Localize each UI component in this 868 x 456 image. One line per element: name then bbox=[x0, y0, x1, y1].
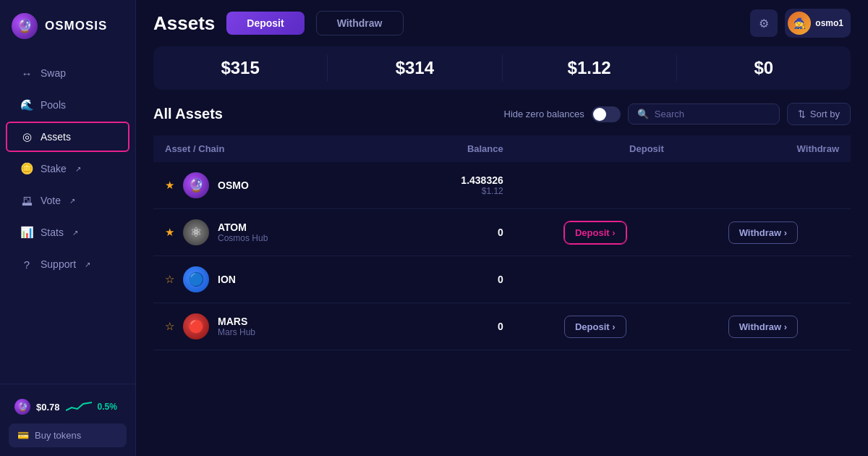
user-button[interactable]: 🧙 osmo1 bbox=[785, 9, 851, 38]
asset-info: MARS Mars Hub bbox=[218, 316, 255, 337]
table-row: ☆ 🔴 MARS Mars Hub 0 Deposit ›Withdraw › bbox=[153, 303, 851, 350]
summary-value-2: $1.12 bbox=[503, 55, 677, 81]
asset-name: ION bbox=[218, 274, 236, 285]
page-title: Assets bbox=[153, 12, 215, 35]
stake-icon: 🪙 bbox=[20, 162, 33, 175]
favorite-icon[interactable]: ☆ bbox=[165, 320, 174, 333]
deposit-button[interactable]: Deposit › bbox=[564, 316, 626, 338]
asset-logo: 🔮 bbox=[183, 172, 209, 198]
favorite-icon[interactable]: ☆ bbox=[165, 273, 174, 286]
asset-info: OSMO bbox=[218, 180, 249, 191]
hide-zero-toggle[interactable] bbox=[592, 106, 621, 122]
external-link-icon: ↗ bbox=[75, 165, 81, 173]
withdraw-cell bbox=[676, 162, 851, 209]
asset-info: ATOM Cosmos Hub bbox=[218, 221, 268, 243]
logo[interactable]: 🔮 OSMOSIS bbox=[0, 0, 135, 52]
page-title-row: Assets Deposit Withdraw bbox=[153, 11, 404, 35]
col-balance: Balance bbox=[391, 135, 515, 162]
asset-cell: ☆ 🔴 MARS Mars Hub bbox=[165, 313, 380, 339]
asset-name: MARS bbox=[218, 316, 255, 327]
summary-bar: $315 $314 $1.12 $0 bbox=[153, 46, 851, 90]
balance-usd: $1.12 bbox=[403, 186, 503, 196]
withdraw-tab[interactable]: Withdraw bbox=[316, 11, 404, 35]
top-header: Assets Deposit Withdraw ⚙ 🧙 osmo1 bbox=[136, 0, 868, 38]
sidebar-item-label: Assets bbox=[41, 131, 71, 143]
sidebar-item-support[interactable]: ? Support ↗ bbox=[6, 249, 129, 279]
sidebar-item-swap[interactable]: ↔ Swap bbox=[6, 58, 129, 88]
deposit-cell bbox=[515, 162, 676, 209]
logo-icon: 🔮 bbox=[12, 13, 38, 39]
sidebar-item-label: Stats bbox=[41, 227, 64, 238]
asset-cell: ★ 🔮 OSMO bbox=[165, 172, 380, 198]
asset-cell: ☆ 🔵 ION bbox=[165, 266, 380, 292]
balance-cell: 0 bbox=[391, 256, 515, 303]
summary-value-3: $0 bbox=[677, 55, 851, 81]
sidebar-bottom: 🔮 $0.78 0.5% 💳 Buy tokens bbox=[0, 384, 135, 456]
external-link-icon: ↗ bbox=[69, 197, 75, 205]
avatar: 🧙 bbox=[788, 12, 811, 35]
sidebar-item-pools[interactable]: 🌊 Pools bbox=[6, 90, 129, 120]
buy-tokens-label: Buy tokens bbox=[35, 430, 81, 441]
sidebar-item-label: Support bbox=[41, 258, 76, 270]
hide-zero-label: Hide zero balances bbox=[504, 109, 584, 119]
user-name: osmo1 bbox=[815, 18, 843, 28]
sidebar-item-label: Stake bbox=[41, 163, 67, 174]
asset-logo: 🔴 bbox=[183, 313, 209, 339]
asset-logo: 🔵 bbox=[183, 266, 209, 292]
summary-value-1: $314 bbox=[328, 55, 502, 81]
sidebar-item-label: Swap bbox=[41, 67, 66, 79]
external-link-icon: ↗ bbox=[85, 261, 90, 269]
balance-cell: 0 bbox=[391, 209, 515, 256]
table-row: ☆ 🔵 ION 0 bbox=[153, 256, 851, 303]
sort-by-label: Sort by bbox=[810, 109, 840, 119]
sidebar-item-stake[interactable]: 🪙 Stake ↗ bbox=[6, 153, 129, 184]
external-link-icon: ↗ bbox=[72, 229, 78, 237]
favorite-icon[interactable]: ★ bbox=[165, 179, 174, 192]
asset-chain: Mars Hub bbox=[218, 327, 255, 337]
sidebar-item-assets[interactable]: ◎ Assets bbox=[6, 122, 129, 152]
sort-by-button[interactable]: ⇅ Sort by bbox=[787, 103, 851, 125]
withdraw-cell: Withdraw › bbox=[676, 209, 851, 256]
table-row: ★ ⚛ ATOM Cosmos Hub 0 Deposit ›Withdraw … bbox=[153, 209, 851, 256]
asset-info: ION bbox=[218, 274, 236, 285]
swap-icon: ↔ bbox=[20, 67, 33, 80]
balance-cell: 1.438326 $1.12 bbox=[391, 162, 515, 209]
sort-icon: ⇅ bbox=[798, 109, 806, 119]
deposit-tab[interactable]: Deposit bbox=[226, 12, 304, 35]
asset-logo: ⚛ bbox=[183, 219, 209, 245]
deposit-button[interactable]: Deposit › bbox=[564, 221, 626, 244]
price-chart-icon bbox=[66, 400, 92, 413]
header-right: ⚙ 🧙 osmo1 bbox=[750, 9, 851, 38]
sidebar: 🔮 OSMOSIS ↔ Swap 🌊 Pools ◎ Assets 🪙 Stak… bbox=[0, 0, 136, 456]
search-input[interactable] bbox=[655, 109, 770, 119]
col-withdraw: Withdraw bbox=[676, 135, 851, 162]
table-row: ★ 🔮 OSMO 1.438326 $1.12 bbox=[153, 162, 851, 209]
sidebar-item-stats[interactable]: 📊 Stats ↗ bbox=[6, 217, 129, 248]
withdraw-cell: Withdraw › bbox=[676, 303, 851, 350]
favorite-icon[interactable]: ★ bbox=[165, 226, 174, 239]
logo-text: OSMOSIS bbox=[45, 19, 107, 33]
sidebar-nav: ↔ Swap 🌊 Pools ◎ Assets 🪙 Stake ↗ 🗳 Vote… bbox=[0, 52, 135, 285]
support-icon: ? bbox=[20, 258, 33, 271]
withdraw-button[interactable]: Withdraw › bbox=[728, 316, 798, 338]
deposit-cell bbox=[515, 256, 676, 303]
asset-chain: Cosmos Hub bbox=[218, 233, 268, 243]
assets-table: Asset / Chain Balance Deposit Withdraw ★… bbox=[153, 135, 851, 350]
asset-name: ATOM bbox=[218, 221, 268, 233]
search-box[interactable]: 🔍 bbox=[628, 104, 780, 124]
balance-amount: 0 bbox=[403, 227, 503, 238]
price-row: 🔮 $0.78 0.5% bbox=[9, 393, 127, 421]
toggle-knob bbox=[593, 108, 606, 121]
buy-tokens-button[interactable]: 💳 Buy tokens bbox=[9, 423, 127, 447]
deposit-cell: Deposit › bbox=[515, 209, 676, 256]
balance-cell: 0 bbox=[391, 303, 515, 350]
all-assets-controls: Hide zero balances 🔍 ⇅ Sort by bbox=[504, 103, 851, 125]
assets-section: All Assets Hide zero balances 🔍 ⇅ Sort b… bbox=[136, 90, 868, 456]
sidebar-item-vote[interactable]: 🗳 Vote ↗ bbox=[6, 185, 129, 216]
settings-button[interactable]: ⚙ bbox=[750, 9, 778, 37]
withdraw-button[interactable]: Withdraw › bbox=[728, 221, 798, 244]
stats-icon: 📊 bbox=[20, 226, 33, 239]
gear-icon: ⚙ bbox=[759, 17, 769, 30]
summary-value-0: $315 bbox=[153, 55, 328, 81]
osmo-price-icon: 🔮 bbox=[14, 399, 30, 415]
